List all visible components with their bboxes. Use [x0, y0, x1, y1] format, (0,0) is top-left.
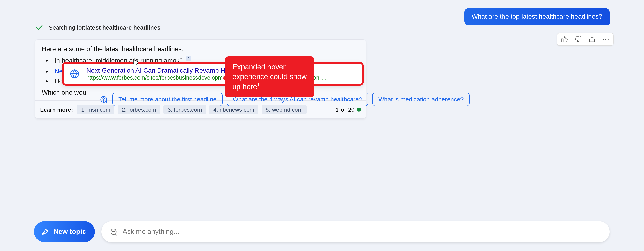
learn-more-label: Learn more:	[40, 106, 73, 113]
page-total: 20	[348, 106, 354, 113]
user-message-text: What are the top latest healthcare headl…	[472, 13, 602, 20]
page-indicator: 1 of 20	[336, 106, 361, 113]
svg-point-2	[608, 39, 608, 40]
page-sep: of	[341, 106, 346, 113]
svg-point-4	[103, 101, 104, 101]
thumbs-down-icon[interactable]	[574, 35, 582, 44]
svg-point-0	[603, 39, 604, 40]
suggestion-chip[interactable]: What are the 4 ways AI can revamp health…	[227, 93, 368, 106]
annotation-callout: Expanded hover experience could show up …	[225, 56, 314, 97]
suggestion-row: Tell me more about the first headline Wh…	[98, 93, 470, 106]
thumbs-up-icon[interactable]	[560, 35, 568, 44]
new-topic-button[interactable]: New topic	[34, 221, 95, 242]
ask-row: New topic	[34, 221, 610, 242]
callout-text: Expanded hover experience could show up …	[232, 63, 306, 91]
hover-preview-card[interactable]: Next-Generation AI Can Dramatically Reva…	[62, 62, 364, 86]
svg-point-7	[114, 231, 114, 232]
status-searching-query: latest healthcare headlines	[85, 24, 160, 31]
feedback-toolbar	[557, 33, 614, 46]
suggestion-chip[interactable]: What is medication adherence?	[372, 93, 470, 106]
svg-point-5	[112, 231, 112, 232]
ask-input-wrap[interactable]	[102, 221, 610, 242]
status-dot-icon	[357, 107, 361, 111]
ask-input[interactable]	[123, 227, 602, 235]
source-chip[interactable]: 2. forbes.com	[118, 105, 160, 114]
status-searching: Searching for: latest healthcare headlin…	[35, 23, 160, 32]
status-searching-prefix: Searching for:	[49, 24, 85, 31]
source-chip[interactable]: 4. nbcnews.com	[209, 105, 258, 114]
svg-point-6	[113, 231, 114, 232]
source-chip[interactable]: 5. webmd.com	[262, 105, 306, 114]
new-topic-label: New topic	[54, 227, 86, 235]
question-bubble-icon	[98, 94, 108, 104]
page-current: 1	[336, 106, 339, 113]
broom-icon	[40, 227, 50, 236]
callout-sup: 1	[257, 82, 260, 87]
source-chip[interactable]: 1. msn.com	[77, 105, 114, 114]
globe-icon	[68, 68, 81, 80]
check-icon	[35, 23, 44, 32]
chat-stage: What are the top latest healthcare headl…	[0, 0, 644, 251]
source-chip[interactable]: 3. forbes.com	[164, 105, 206, 114]
chat-bubble-icon	[109, 227, 118, 236]
share-icon[interactable]	[588, 35, 596, 44]
more-icon[interactable]	[602, 35, 610, 44]
user-message-bubble: What are the top latest healthcare headl…	[464, 8, 610, 25]
citation-badge[interactable]: 1	[186, 56, 192, 61]
suggestion-chip[interactable]: Tell me more about the first headline	[112, 93, 223, 106]
svg-point-1	[606, 39, 606, 40]
response-intro: Here are some of the latest healthcare h…	[42, 46, 359, 53]
